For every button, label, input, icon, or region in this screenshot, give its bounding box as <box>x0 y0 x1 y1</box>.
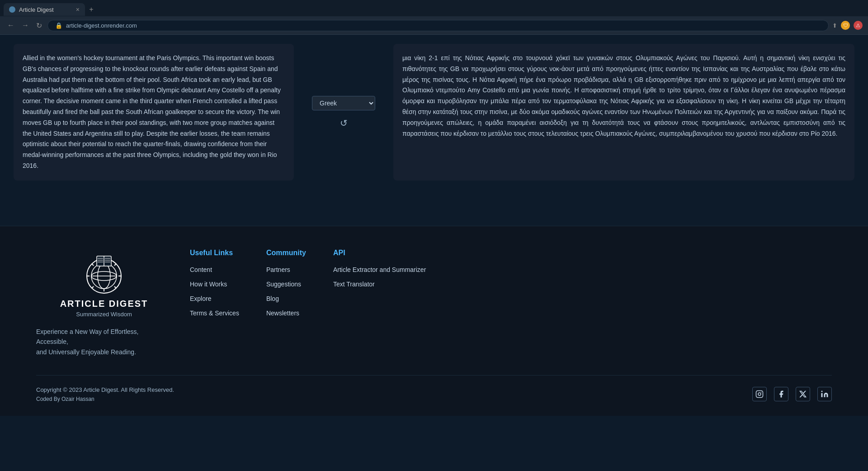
link-how-it-works[interactable]: How it Works <box>190 281 239 288</box>
social-icons <box>752 387 832 401</box>
link-explore[interactable]: Explore <box>190 295 239 302</box>
source-text: Allied in the women's hockey tournament … <box>23 53 285 171</box>
svg-rect-21 <box>756 391 763 398</box>
url-box[interactable]: 🔒 article-digest.onrender.com <box>47 20 829 31</box>
brand-tagline: Experience a New Way of Effortless, Acce… <box>36 327 172 357</box>
footer-col-api: API Article Extractor and Summarizer Tex… <box>333 249 426 357</box>
footer-bottom: Copyright © 2023 Article Digest. All Rig… <box>36 375 832 402</box>
lock-icon: 🔒 <box>55 22 62 29</box>
linkedin-icon[interactable] <box>817 387 832 401</box>
facebook-icon[interactable] <box>774 387 788 401</box>
footer-brand: ARTICLE DIGEST Summarized Wisdom Experie… <box>36 249 172 357</box>
link-article-extractor[interactable]: Article Extractor and Summarizer <box>333 266 426 273</box>
back-button[interactable]: ← <box>5 19 16 31</box>
link-newsletters[interactable]: Newsletters <box>266 309 306 317</box>
language-select[interactable]: Greek French Spanish German Italian Port… <box>312 96 375 110</box>
svg-point-24 <box>821 391 823 392</box>
instagram-icon[interactable] <box>752 387 767 401</box>
footer-copyright: Copyright © 2023 Article Digest. All Rig… <box>36 386 174 393</box>
address-bar: ← → ↻ 🔒 article-digest.onrender.com ⬆ 🛡 … <box>0 16 868 34</box>
brand-tagline-line2: and Universally Enjoyable Reading. <box>36 348 136 356</box>
tab-favicon <box>9 6 15 13</box>
logo-subtitle: Summarized Wisdom <box>76 311 132 318</box>
svg-line-7 <box>114 264 116 266</box>
footer-col-useful-links: Useful Links Content How it Works Explor… <box>190 249 239 357</box>
address-right: ⬆ 🛡 ⚠ <box>832 21 863 30</box>
api-title: API <box>333 249 426 257</box>
translate-button[interactable]: ↺ <box>340 118 348 128</box>
footer-bottom-left: Copyright © 2023 Article Digest. All Rig… <box>36 386 174 402</box>
footer-top: ARTICLE DIGEST Summarized Wisdom Experie… <box>36 249 832 357</box>
link-suggestions[interactable]: Suggestions <box>266 281 306 288</box>
twitter-icon[interactable] <box>796 387 810 401</box>
tab-bar: Article Digest × + <box>0 0 868 16</box>
logo-title: ARTICLE DIGEST <box>60 299 148 309</box>
share-icon[interactable]: ⬆ <box>832 22 837 29</box>
footer-coded: Coded By Ozair Hassan <box>36 396 174 402</box>
active-tab[interactable]: Article Digest × <box>4 3 85 16</box>
footer: ARTICLE DIGEST Summarized Wisdom Experie… <box>0 226 868 416</box>
warn-icon: ⚠ <box>854 21 863 30</box>
tab-close-button[interactable]: × <box>76 6 80 13</box>
footer-links: Useful Links Content How it Works Explor… <box>190 249 832 357</box>
main-content: Allied in the women's hockey tournament … <box>0 35 868 416</box>
reload-button[interactable]: ↻ <box>34 19 44 32</box>
translated-text-panel: μια νίκη 2-1 επί της Νότιας Αφρικής στο … <box>393 44 854 181</box>
link-content[interactable]: Content <box>190 266 239 273</box>
link-partners[interactable]: Partners <box>266 266 306 273</box>
link-terms-services[interactable]: Terms & Services <box>190 309 239 317</box>
tab-title: Article Digest <box>19 6 54 13</box>
footer-col-community: Community Partners Suggestions Blog News… <box>266 249 306 357</box>
community-title: Community <box>266 249 306 257</box>
logo-container: ARTICLE DIGEST Summarized Wisdom <box>36 249 172 318</box>
link-blog[interactable]: Blog <box>266 295 306 302</box>
svg-line-6 <box>114 286 116 288</box>
translation-controls: Greek French Spanish German Italian Port… <box>303 44 384 181</box>
svg-line-8 <box>92 286 94 288</box>
link-text-translator[interactable]: Text Translator <box>333 281 426 288</box>
shield-icon: 🛡 <box>841 21 850 30</box>
source-text-panel: Allied in the women's hockey tournament … <box>14 44 294 181</box>
spacer <box>0 190 868 226</box>
brand-tagline-line1: Experience a New Way of Effortless, Acce… <box>36 328 138 345</box>
browser-chrome: Article Digest × + ← → ↻ 🔒 article-diges… <box>0 0 868 35</box>
logo-svg <box>81 249 127 294</box>
forward-button[interactable]: → <box>20 19 31 31</box>
svg-point-23 <box>761 392 762 393</box>
svg-line-5 <box>92 264 94 266</box>
new-tab-button[interactable]: + <box>85 3 98 16</box>
translated-text: μια νίκη 2-1 επί της Νότιας Αφρικής στο … <box>402 53 845 139</box>
svg-point-22 <box>758 393 761 395</box>
url-text: article-digest.onrender.com <box>66 22 821 29</box>
translation-area: Allied in the women's hockey tournament … <box>0 35 868 190</box>
useful-links-title: Useful Links <box>190 249 239 257</box>
